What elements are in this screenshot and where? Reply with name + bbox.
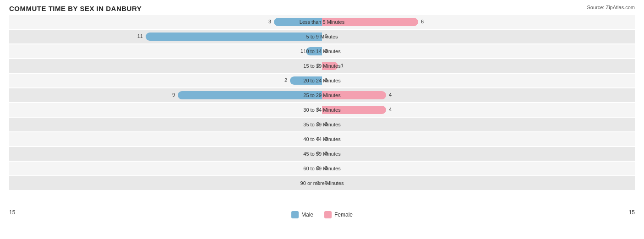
row-label: 10 to 14 Minutes: [303, 49, 340, 54]
legend-male-label: Male: [301, 212, 313, 218]
row-label: 15 to 19 Minutes: [303, 63, 340, 69]
val-female: 0: [325, 48, 327, 54]
val-female: 4: [389, 92, 392, 98]
legend-male-box: [291, 211, 299, 218]
chart-row: 25 to 29 Minutes94: [9, 88, 635, 102]
val-female: 0: [325, 33, 327, 39]
legend: Male Female: [291, 211, 353, 218]
chart-row: 40 to 44 Minutes00: [9, 132, 635, 146]
val-male: 0: [317, 121, 319, 127]
row-label: 20 to 24 Minutes: [303, 78, 340, 83]
legend-female: Female: [324, 211, 353, 218]
legend-female-box: [324, 211, 332, 218]
chart-row: 20 to 24 Minutes20: [9, 74, 635, 87]
chart-row: 30 to 34 Minutes04: [9, 103, 635, 117]
chart-area: Less than 5 Minutes365 to 9 Minutes11010…: [9, 15, 635, 207]
source-label: Source: ZipAtlas.com: [587, 5, 635, 10]
val-female: 0: [325, 151, 327, 156]
chart-row: 45 to 59 Minutes00: [9, 147, 635, 161]
row-label: 35 to 39 Minutes: [303, 122, 340, 127]
val-male: 2: [284, 77, 287, 83]
chart-title: COMMUTE TIME BY SEX IN DANBURY: [9, 5, 635, 12]
axis-right-val: 15: [629, 209, 635, 218]
row-label: 60 to 89 Minutes: [303, 166, 340, 171]
row-label: 5 to 9 Minutes: [306, 34, 338, 39]
chart-row: 35 to 39 Minutes00: [9, 118, 635, 131]
bar-male: [146, 33, 322, 41]
chart-row: 90 or more Minutes00: [9, 176, 635, 190]
val-male: 3: [268, 19, 271, 24]
val-male: 0: [317, 63, 319, 68]
axis-bottom: 15 Male Female 15: [9, 207, 635, 220]
val-female: 0: [325, 77, 327, 83]
val-male: 0: [317, 165, 319, 171]
row-label: 25 to 29 Minutes: [303, 92, 340, 98]
val-male: 1: [300, 48, 303, 54]
val-female: 0: [325, 121, 327, 127]
chart-row: 60 to 89 Minutes00: [9, 162, 635, 175]
row-label: Less than 5 Minutes: [300, 19, 344, 25]
row-label: 90 or more Minutes: [300, 180, 344, 186]
axis-left-val: 15: [9, 209, 15, 218]
val-male: 9: [172, 92, 175, 98]
val-male: 0: [317, 151, 319, 156]
val-male: 11: [137, 33, 143, 39]
val-male: 0: [317, 107, 319, 112]
val-female: 0: [325, 180, 327, 185]
row-label: 45 to 59 Minutes: [303, 151, 340, 157]
chart-container: COMMUTE TIME BY SEX IN DANBURY Source: Z…: [0, 0, 644, 239]
legend-male: Male: [291, 211, 313, 218]
bar-male: [178, 91, 322, 99]
val-male: 0: [317, 180, 319, 185]
val-female: 0: [325, 165, 327, 171]
chart-row: 5 to 9 Minutes110: [9, 30, 635, 43]
legend-female-label: Female: [334, 212, 353, 218]
val-female: 6: [421, 19, 424, 24]
chart-row: 10 to 14 Minutes10: [9, 44, 635, 58]
val-female: 4: [389, 107, 392, 112]
row-label: 30 to 34 Minutes: [303, 107, 340, 113]
row-label: 40 to 44 Minutes: [303, 136, 340, 142]
chart-row: 15 to 19 Minutes01: [9, 59, 635, 73]
val-male: 0: [317, 136, 319, 141]
chart-row: Less than 5 Minutes36: [9, 15, 635, 29]
val-female: 1: [341, 63, 344, 68]
val-female: 0: [325, 136, 327, 141]
